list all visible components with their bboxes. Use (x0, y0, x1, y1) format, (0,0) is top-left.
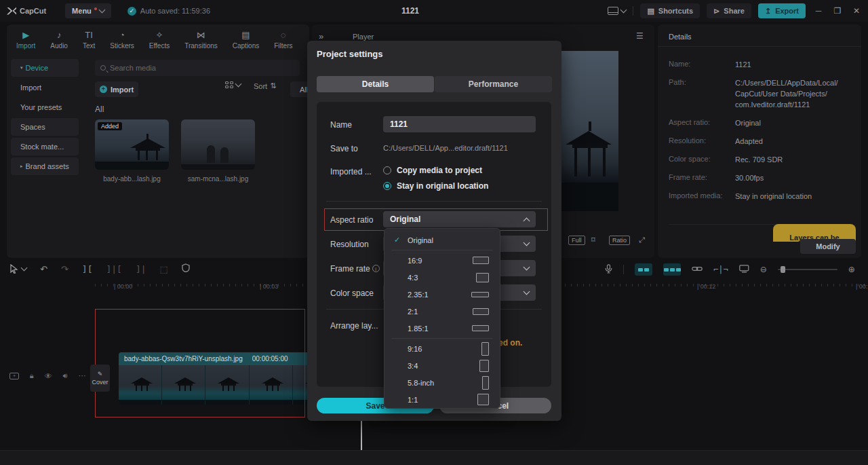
project-name-input[interactable]: 1121 (383, 116, 536, 132)
search-input[interactable]: Search media (95, 60, 300, 76)
lock-track-icon[interactable]: 🔒︎ (30, 371, 34, 380)
ruler-tick (205, 284, 205, 286)
media-thumbnail-gazebo[interactable]: Added (95, 119, 169, 170)
sort-button[interactable]: Sort ⇅ (254, 81, 276, 90)
auto-track-toggle[interactable] (663, 263, 681, 276)
aspect-option-1-1[interactable]: 1:1 (384, 391, 500, 408)
undo-button[interactable]: ↶ (40, 264, 47, 274)
details-rows: Name:1121Path:C:/Users/DELL/AppData/Loca… (669, 60, 857, 209)
sidebar-item-import[interactable]: Import (11, 79, 79, 96)
media-thumbnail-people[interactable] (181, 119, 255, 170)
ruler-tick (595, 284, 596, 286)
select-tool-button[interactable] (9, 264, 26, 274)
ruler-tick (589, 284, 590, 286)
expand-ribbon-icon[interactable]: » (319, 31, 322, 41)
zoom-in-button[interactable]: ⊕ (848, 265, 855, 274)
filter-all-chip[interactable]: All (290, 81, 309, 97)
menu-label: Menu (72, 7, 92, 15)
menu-notification-dot (94, 7, 97, 10)
layout-switch-button[interactable] (608, 7, 626, 15)
toolbar-item-captions[interactable]: ▤Captions (233, 30, 259, 50)
zoom-slider-handle[interactable] (781, 266, 785, 273)
search-icon (100, 65, 106, 71)
ruler-tick (193, 284, 193, 286)
share-button[interactable]: ⊳ Share (707, 3, 751, 18)
timeline-scrollbar-area[interactable] (0, 450, 868, 465)
cover-button[interactable]: ✎ Cover (90, 365, 110, 392)
aspect-option-1-85-1[interactable]: 1.85:1 (384, 320, 500, 337)
modify-button[interactable]: Modify (800, 239, 856, 254)
chevron-down-icon (524, 240, 530, 246)
ruler-tick (644, 284, 645, 286)
radio-stay-original[interactable]: Stay in original location (383, 181, 488, 191)
link-clips-button[interactable] (692, 265, 703, 274)
toolbar-item-filters[interactable]: ◌Filters (274, 30, 292, 50)
aspect-option-original[interactable]: ✓Original (384, 231, 500, 248)
aspect-option-9-16[interactable]: 9:16 (384, 340, 500, 357)
sidebar-item-label: Your presets (20, 103, 62, 111)
aspect-option-3-4[interactable]: 3:4 (384, 357, 500, 374)
radio-copy-media[interactable]: Copy media to project (383, 166, 482, 175)
player-menu-icon[interactable]: ☰ (636, 31, 646, 41)
crop-button[interactable]: ⬚ (160, 264, 168, 274)
split-left-button[interactable]: ][ (82, 264, 93, 274)
sidebar-item-brand-assets[interactable]: ▸Brand assets (11, 157, 79, 175)
ruler-tick (730, 284, 730, 286)
ruler-tick (785, 284, 785, 286)
close-button[interactable]: ✕ (850, 6, 863, 16)
minimize-button[interactable]: ─ (812, 6, 825, 16)
dialog-title: Project settings (317, 49, 383, 59)
toolbar-item-text[interactable]: TIText (83, 30, 95, 50)
aspect-option-16-9[interactable]: 16:9 (384, 252, 500, 269)
split-both-button[interactable]: ]|[ (106, 264, 121, 274)
toolbar-item-transitions[interactable]: ⋈Transitions (184, 30, 218, 50)
import-media-button[interactable]: + Import (95, 81, 138, 97)
view-mode-button[interactable] (225, 81, 241, 88)
preview-quality-button[interactable] (739, 265, 749, 275)
sidebar-item-stock-materials[interactable]: Stock mate... (11, 138, 79, 155)
player-ratio-button[interactable]: Ratio (609, 236, 630, 245)
toolbar-item-effects[interactable]: ✧Effects (149, 30, 170, 50)
toolbar-item-label: Captions (233, 42, 259, 50)
filters-icon: ◌ (281, 30, 286, 41)
ruler-tick (736, 284, 736, 286)
mask-button[interactable] (182, 263, 190, 274)
split-clip-button[interactable]: ⌐|¬ (713, 265, 728, 274)
restore-button[interactable]: ❐ (831, 6, 844, 16)
record-voiceover-button[interactable] (605, 264, 612, 276)
menu-button[interactable]: Menu (65, 3, 111, 18)
aspect-option-4-3[interactable]: 4:3 (384, 269, 500, 286)
magnetic-snap-toggle[interactable] (635, 263, 652, 276)
player-zoom-icon[interactable]: ⌑ (591, 236, 595, 244)
ruler-tick (211, 284, 212, 286)
tab-performance[interactable]: Performance (435, 76, 552, 92)
redo-button[interactable]: ↷ (61, 264, 68, 274)
details-row: Color space:Rec. 709 SDR (669, 155, 857, 166)
toolbar-item-import[interactable]: ▶Import (16, 30, 35, 50)
timeline-zoom-slider[interactable] (778, 269, 837, 270)
toolbar-item-audio[interactable]: ♪Audio (50, 30, 68, 50)
aspect-option-5-8-inch[interactable]: 5.8-inch (384, 374, 500, 391)
export-button[interactable]: ↥ Export (758, 3, 806, 18)
details-row-value: Rec. 709 SDR (735, 155, 783, 166)
sidebar-item-your-presets[interactable]: Your presets (11, 98, 79, 116)
grid-view-icon (225, 81, 233, 88)
mute-track-icon[interactable]: 🔊︎ (63, 371, 68, 380)
toggle-visibility-icon[interactable]: 👁︎ (45, 372, 52, 380)
tab-details[interactable]: Details (317, 76, 434, 92)
add-track-icon[interactable]: + (9, 373, 19, 379)
ruler-tick (638, 284, 639, 286)
sidebar-item-label: Brand assets (26, 162, 69, 170)
player-full-button[interactable]: Full (568, 236, 585, 245)
split-right-button[interactable]: ]| (136, 264, 146, 274)
sidebar-item-spaces[interactable]: Spaces (11, 118, 79, 136)
more-options-icon[interactable]: ⋯ (79, 371, 86, 380)
player-title: Player (353, 33, 374, 41)
aspect-option-2-1[interactable]: 2:1 (384, 303, 500, 320)
toolbar-item-stickers[interactable]: ◔Stickers (110, 30, 134, 50)
aspect-option-2-35-1[interactable]: 2.35:1 (384, 286, 500, 303)
player-fullscreen-icon[interactable]: ⤢ (639, 236, 645, 244)
sidebar-item-device[interactable]: ▾Device (11, 59, 79, 77)
zoom-out-button[interactable]: ⊖ (760, 265, 767, 274)
shortcuts-button[interactable]: ▤ Shortcuts (640, 3, 700, 18)
